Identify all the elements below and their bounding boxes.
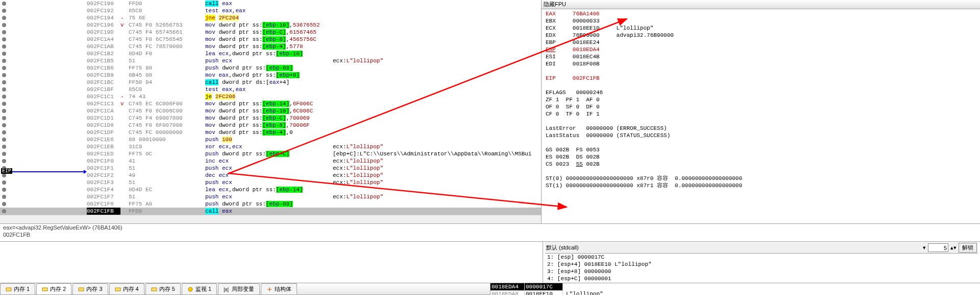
- register-line[interactable]: EIP 002FC1FB: [546, 75, 976, 82]
- disasm-row[interactable]: 002FC1F3 51push ecxecx:L"lollipop": [0, 179, 541, 186]
- register-line[interactable]: [546, 67, 976, 75]
- disasm-row[interactable]: 002FC1F4 8D4D EClea ecx,dword ptr ss:[eb…: [0, 186, 541, 193]
- argcount-stepper[interactable]: 5: [928, 243, 948, 252]
- register-line[interactable]: ESP 0018EDA4: [546, 46, 976, 53]
- stack-cell[interactable]: 0000017C: [525, 283, 562, 290]
- breakpoint-dot[interactable]: [2, 80, 6, 84]
- breakpoint-dot[interactable]: [2, 145, 6, 149]
- register-line[interactable]: CS 0023 SS 002B: [546, 161, 976, 168]
- breakpoint-dot[interactable]: [2, 130, 6, 134]
- breakpoint-dot[interactable]: [2, 73, 6, 77]
- registers-header[interactable]: 隐藏FPU: [542, 0, 980, 9]
- breakpoint-dot[interactable]: [2, 188, 6, 192]
- breakpoint-dot[interactable]: [2, 173, 6, 177]
- register-line[interactable]: GS 002B FS 0053: [546, 146, 976, 153]
- breakpoint-dot[interactable]: [2, 209, 6, 213]
- callconv-label[interactable]: 默认 (stdcall): [546, 244, 921, 252]
- tab-内存 2[interactable]: 内存 2: [36, 283, 71, 294]
- disasm-row[interactable]: 002FC196vC745 F0 52656753mov dword ptr s…: [0, 21, 541, 29]
- tab-局部变量[interactable]: |x|局部变量: [218, 283, 260, 294]
- breakpoint-dot[interactable]: [2, 2, 6, 6]
- breakpoint-dot[interactable]: [2, 109, 6, 113]
- breakpoint-dot[interactable]: [2, 95, 6, 99]
- disasm-row[interactable]: 002FC1AB C745 FC 78570000mov dword ptr s…: [0, 43, 541, 50]
- disasm-row[interactable]: 002FC1B2 8D4D F0lea ecx,dword ptr ss:[eb…: [0, 50, 541, 57]
- breakpoint-dot[interactable]: [2, 123, 6, 127]
- register-line[interactable]: [546, 168, 976, 175]
- register-line[interactable]: EBP 0018EE24: [546, 39, 976, 46]
- register-line[interactable]: [546, 82, 976, 89]
- disasm-row[interactable]: 002FC1A4 C745 F8 6C756545mov dword ptr s…: [0, 36, 541, 43]
- register-line[interactable]: ESI 0018EC4B: [546, 53, 976, 60]
- breakpoint-dot[interactable]: [2, 66, 6, 70]
- disasm-row[interactable]: 002FC1C1-74 43je 2FC206: [0, 93, 541, 100]
- breakpoint-dot[interactable]: [2, 180, 6, 185]
- breakpoint-dot[interactable]: [2, 202, 6, 206]
- tab-内存 5[interactable]: 内存 5: [145, 283, 181, 294]
- chevron-down-icon[interactable]: ▾: [923, 244, 926, 251]
- disasm-row[interactable]: 002FC1EB 31C9xor ecx,ecxecx:L"lollipop": [0, 143, 541, 150]
- tab-内存 1[interactable]: 内存 1: [0, 283, 35, 294]
- register-line[interactable]: LastStatus 00000000 (STATUS_SUCCESS): [546, 132, 976, 139]
- disasm-row[interactable]: 002FC1F0 41inc ecxecx:L"lollipop": [0, 157, 541, 165]
- tab-结构体[interactable]: 结构体: [261, 283, 297, 294]
- breakpoint-dot[interactable]: [2, 195, 6, 199]
- eval-expression[interactable]: eax=<advapi32.RegSetValueExW> (76BA1406): [0, 224, 980, 231]
- register-line[interactable]: ECX 0018EE10 L"lollipop": [546, 25, 976, 32]
- register-line[interactable]: EAX 76BA1406: [546, 10, 976, 17]
- disasm-row[interactable]: 002FC1F1 51push ecxecx:L"lollipop": [0, 165, 541, 172]
- breakpoint-dot[interactable]: [2, 30, 6, 34]
- disasm-row[interactable]: 002FC1FB FFD0call eax: [0, 208, 541, 215]
- stack-cell[interactable]: 0018EE10: [525, 290, 562, 295]
- tab-内存 4[interactable]: 内存 4: [109, 283, 144, 294]
- register-line[interactable]: LastError 00000000 (ERROR_SUCCESS): [546, 125, 976, 132]
- disasm-row[interactable]: 002FC1F8 FF75 A0push dword ptr ss:[ebp-6…: [0, 200, 541, 208]
- register-line[interactable]: [546, 118, 976, 125]
- register-line[interactable]: EDX 76B90000 advapi32.76B90000: [546, 32, 976, 39]
- breakpoint-dot[interactable]: [2, 102, 6, 106]
- disasm-row[interactable]: 002FC194-75 6Ejne 2FC204: [0, 14, 541, 21]
- disasm-row[interactable]: 002FC1ED FF75 0Cpush dword ptr ss:[ebp+C…: [0, 150, 541, 157]
- disasm-row[interactable]: 002FC1BC FF50 04call dword ptr ds:[eax+4…: [0, 79, 541, 86]
- breakpoint-dot[interactable]: [2, 138, 6, 142]
- breakpoint-dot[interactable]: [2, 16, 6, 20]
- breakpoint-dot[interactable]: [2, 59, 6, 63]
- breakpoint-dot[interactable]: [2, 44, 6, 49]
- disasm-row[interactable]: 002FC1B5 51push ecxecx:L"lollipop": [0, 57, 541, 64]
- breakpoint-dot[interactable]: [2, 23, 6, 27]
- disasm-row[interactable]: 002FC1D1 C745 F4 69007000mov dword ptr s…: [0, 115, 541, 122]
- disasm-row[interactable]: 002FC1BF 85C0test eax,eax: [0, 86, 541, 93]
- disasm-row[interactable]: 002FC1E6 68 00010000push 100: [0, 136, 541, 143]
- unlock-button[interactable]: 解锁: [959, 243, 977, 253]
- disasm-row[interactable]: 002FC1C3vC745 EC 6C006F00mov dword ptr s…: [0, 100, 541, 107]
- register-line[interactable]: EFLAGS 00000246: [546, 89, 976, 96]
- disasm-row[interactable]: 002FC1CA C745 F0 6C006C00mov dword ptr s…: [0, 107, 541, 115]
- breakpoint-dot[interactable]: [2, 159, 6, 163]
- register-line[interactable]: [546, 139, 976, 146]
- register-line[interactable]: EBX 00000033 '3': [546, 17, 976, 25]
- breakpoint-dot[interactable]: [2, 152, 6, 156]
- register-line[interactable]: EDI 0018F08B: [546, 60, 976, 67]
- breakpoint-dot[interactable]: [2, 87, 6, 92]
- disasm-row[interactable]: 002FC1DF C745 FC 00000000mov dword ptr s…: [0, 129, 541, 136]
- breakpoint-dot[interactable]: [2, 9, 6, 13]
- stack-cell[interactable]: 0018EDA8: [491, 290, 524, 295]
- register-line[interactable]: ES 002B DS 002B: [546, 153, 976, 161]
- disasm-row[interactable]: 002FC190 FFD0call eax: [0, 0, 541, 7]
- tab-监视 1[interactable]: 监视 1: [182, 283, 217, 294]
- spinner-icon[interactable]: ▴▾: [950, 244, 957, 251]
- register-line[interactable]: ST(0) 00000000000000000000 x87r0 容容 0.00…: [546, 175, 976, 182]
- breakpoint-dot[interactable]: [2, 116, 6, 120]
- disasm-row[interactable]: 002FC19D C745 F4 65745661mov dword ptr s…: [0, 29, 541, 36]
- register-line[interactable]: CF 0 TF 0 IF 1: [546, 110, 976, 118]
- breakpoint-dot[interactable]: [2, 52, 6, 56]
- breakpoint-dot[interactable]: [2, 37, 6, 41]
- register-line[interactable]: ZF 1 PF 1 AF 0: [546, 96, 976, 103]
- tab-内存 3[interactable]: 内存 3: [72, 283, 108, 294]
- disasm-row[interactable]: 002FC1B6 FF75 98push dword ptr ss:[ebp-6…: [0, 64, 541, 72]
- disasm-scroll-h[interactable]: [0, 215, 541, 223]
- register-line[interactable]: ST(1) 00000000000000000000 x87r1 容容 0.00…: [546, 182, 976, 189]
- stack-cell[interactable]: 0018EDA4: [491, 283, 524, 290]
- disasm-row[interactable]: 002FC192 85C0test eax,eax: [0, 7, 541, 14]
- disasm-row[interactable]: 002FC1F7 51push ecxecx:L"lollipop": [0, 193, 541, 200]
